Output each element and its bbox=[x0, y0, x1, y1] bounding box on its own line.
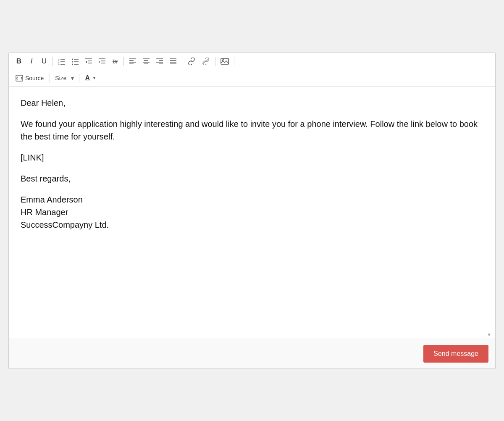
ordered-list-button[interactable]: 1. 2. 3. bbox=[55, 55, 68, 67]
resize-handle[interactable]: ▾ bbox=[488, 331, 494, 337]
closing-text: Best regards, bbox=[21, 172, 483, 185]
source-button[interactable]: Source bbox=[13, 73, 46, 84]
justify-icon bbox=[169, 58, 177, 65]
svg-text:3.: 3. bbox=[58, 63, 60, 65]
editor-content-area: Dear Helen, We found your application hi… bbox=[9, 87, 495, 339]
link-placeholder-text: [LINK] bbox=[21, 151, 483, 164]
italic-button[interactable]: I bbox=[26, 55, 37, 67]
separator-5 bbox=[234, 57, 234, 66]
link-icon bbox=[187, 58, 196, 65]
send-message-button[interactable]: Send message bbox=[423, 345, 488, 363]
indent-increase-icon bbox=[98, 58, 106, 65]
source-label: Source bbox=[25, 75, 44, 82]
svg-point-8 bbox=[72, 61, 73, 62]
justify-button[interactable] bbox=[167, 55, 179, 67]
size-label: Size bbox=[53, 73, 68, 83]
font-color-letter: A bbox=[85, 75, 90, 82]
svg-marker-16 bbox=[85, 61, 87, 63]
unordered-list-icon bbox=[71, 58, 79, 65]
strikethrough-icon: Ix bbox=[113, 58, 118, 65]
toolbar-row2: Source Size ▾ A ▾ bbox=[9, 70, 495, 87]
image-button[interactable] bbox=[218, 55, 231, 67]
source-code-icon bbox=[16, 74, 23, 82]
svg-rect-41 bbox=[16, 75, 23, 81]
align-right-icon bbox=[156, 58, 163, 65]
svg-rect-39 bbox=[221, 58, 228, 64]
separator-4 bbox=[215, 57, 215, 66]
align-center-icon bbox=[142, 58, 150, 65]
body-text: We found your application highly interes… bbox=[21, 118, 483, 143]
align-left-button[interactable] bbox=[126, 55, 139, 67]
size-dropdown-arrow[interactable]: ▾ bbox=[69, 73, 76, 83]
separator-2 bbox=[123, 57, 124, 66]
unordered-list-button[interactable] bbox=[69, 55, 81, 67]
font-color-dropdown-arrow[interactable]: ▾ bbox=[93, 76, 95, 80]
separator-1 bbox=[52, 57, 53, 66]
signature-title-text: HR Manager bbox=[21, 206, 483, 218]
align-left-icon bbox=[129, 58, 136, 65]
link-button[interactable] bbox=[185, 55, 198, 67]
separator-7 bbox=[79, 74, 79, 83]
indent-decrease-button[interactable] bbox=[82, 55, 95, 67]
signature-name-text: Emma Anderson bbox=[21, 193, 483, 206]
underline-button[interactable]: U bbox=[38, 55, 50, 67]
ordered-list-icon: 1. 2. 3. bbox=[58, 58, 66, 65]
image-icon bbox=[220, 58, 229, 65]
font-color-wrapper: A ▾ bbox=[83, 74, 96, 83]
editor-container: B I U 1. 2. 3. bbox=[8, 53, 496, 369]
bold-button[interactable]: B bbox=[13, 55, 25, 67]
size-select-container: Size ▾ bbox=[53, 73, 75, 83]
svg-point-6 bbox=[72, 58, 73, 60]
toolbar-row1: B I U 1. 2. 3. bbox=[9, 53, 495, 70]
greeting-text: Dear Helen, bbox=[21, 97, 483, 109]
editor-footer: Send message bbox=[9, 339, 495, 368]
font-color-button[interactable]: A bbox=[83, 74, 93, 83]
separator-3 bbox=[182, 57, 182, 66]
editor-body[interactable]: Dear Helen, We found your application hi… bbox=[9, 87, 495, 339]
signature-company-text: SuccessCompayny Ltd. bbox=[21, 218, 483, 231]
svg-point-10 bbox=[72, 63, 73, 65]
unlink-icon bbox=[202, 58, 210, 65]
unlink-button[interactable] bbox=[199, 55, 213, 67]
align-center-button[interactable] bbox=[140, 55, 152, 67]
separator-6 bbox=[50, 74, 50, 83]
indent-decrease-icon bbox=[85, 58, 92, 65]
align-right-button[interactable] bbox=[153, 55, 166, 67]
svg-marker-21 bbox=[99, 61, 100, 63]
indent-increase-button[interactable] bbox=[96, 55, 108, 67]
strikethrough-button[interactable]: Ix bbox=[109, 55, 121, 67]
